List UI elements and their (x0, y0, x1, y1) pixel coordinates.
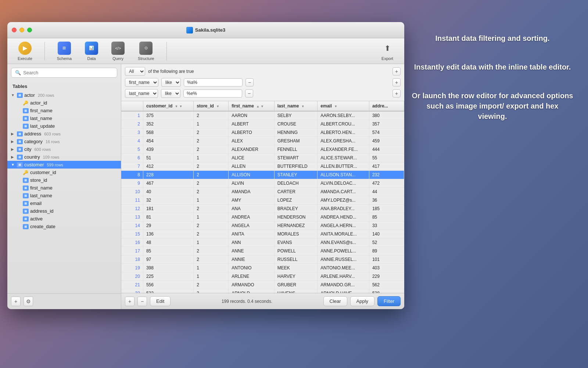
table-row[interactable]: 5 439 2 ALEXANDER FENNELL ALEXANDER.FE..… (121, 145, 404, 154)
sidebar-footer: + ⚙ (7, 293, 121, 309)
col-header-customer-id[interactable]: customer_id ▼▼ (143, 101, 193, 111)
sidebar-item-last-update-actor[interactable]: ▦ last_update (13, 122, 121, 130)
maximize-button[interactable] (27, 28, 32, 32)
table-row[interactable]: 7 412 2 ALLEN BUTTERFIELD ALLEN.BUTTER..… (121, 162, 404, 171)
col-header-store-id[interactable]: store_id ▼ (194, 101, 229, 111)
cell-store-id: 2 (194, 145, 229, 154)
cell-email: ALEXANDER.FE... (318, 145, 369, 154)
add-table-button[interactable]: + (11, 297, 21, 306)
table-row[interactable]: 20 225 1 ARLENE HARVEY ARLENE.HARV... 22… (121, 272, 404, 281)
sidebar-item-email[interactable]: ▦ email (13, 199, 121, 207)
apply-button[interactable]: Apply (350, 296, 375, 306)
sidebar-item-customer[interactable]: ▼ ▦ customer 599 rows (7, 161, 121, 169)
filter2-op-select[interactable]: like = != (161, 89, 180, 98)
titlebar: Sakila.sqlite3 (7, 22, 404, 38)
sidebar-item-active[interactable]: ▦ active (13, 215, 121, 223)
table-row[interactable]: 21 556 2 ARMANDO GRUBER ARMANDO.GR... 56… (121, 281, 404, 289)
cell-store-id: 2 (194, 222, 229, 230)
table-row[interactable]: 22 522 2 ARNOLD HAVENS ARNOLD.HAVE... 52… (121, 289, 404, 293)
table-row[interactable]: 2 352 1 ALBERT CROUSE ALBERT.CROU... 357 (121, 120, 404, 128)
sidebar-item-customer-id[interactable]: 🔑 customer_id (13, 169, 121, 176)
structure-icon: ⊙ (139, 42, 153, 55)
add-filter1-button[interactable]: + (392, 78, 401, 86)
filter2-field-select[interactable]: last_name (125, 89, 158, 98)
cell-first-name: AMANDA (229, 188, 275, 196)
table-row[interactable]: 13 81 1 ANDREA HENDERSON ANDREA.HEND... … (121, 213, 404, 222)
table-row[interactable]: 10 40 2 AMANDA CARTER AMANDA.CART... 44 (121, 188, 404, 196)
execute-button[interactable]: ▶ Execute (15, 40, 35, 62)
table-row[interactable]: 11 32 1 AMY LOPEZ AMY.LOPEZ@s... 36 (121, 196, 404, 205)
table-row[interactable]: 4 454 2 ALEX GRESHAM ALEX.GRESHA... 459 (121, 137, 404, 145)
minimize-button[interactable] (19, 28, 24, 32)
filter2-value-input[interactable] (183, 89, 242, 98)
sidebar-item-create-date[interactable]: ▦ create_date (13, 223, 121, 230)
table-row[interactable]: 16 48 1 ANN EVANS ANN.EVANS@s... 52 (121, 238, 404, 247)
filter1-field-select[interactable]: first_name (125, 78, 158, 87)
table-row[interactable]: 12 181 2 ANA BRADLEY ANA.BRADLEY... 185 (121, 205, 404, 213)
cell-address-id: 44 (369, 188, 404, 196)
sidebar-item-last-name-actor[interactable]: ▦ last_name (13, 114, 121, 122)
col-header-first-name[interactable]: first_name ▲▼ (229, 101, 275, 111)
table-row[interactable]: 18 97 2 ANNIE RUSSELL ANNIE.RUSSEL... 10… (121, 255, 404, 264)
cell-last-name: BUTTERFIELD (274, 162, 318, 171)
table-row[interactable]: 17 85 2 ANNE POWELL ANNE.POWELL... 89 (121, 247, 404, 255)
table-row[interactable]: 8 228 2 ALLISON STANLEY ALLISON.STAN... … (121, 171, 404, 179)
sidebar-item-last-name[interactable]: ▦ last_name (13, 192, 121, 199)
row-number: 11 (121, 196, 143, 205)
table-row[interactable]: 19 398 1 ANTONIO MEEK ANTONIO.MEE... 403 (121, 264, 404, 272)
search-input[interactable] (23, 70, 113, 75)
filter1-op-select[interactable]: like = != (161, 78, 181, 87)
column-icon: ▦ (23, 216, 29, 222)
filter-button[interactable]: Filter (377, 296, 401, 306)
remove-filter1-button[interactable]: − (245, 78, 254, 86)
add-filter2-button[interactable]: + (392, 89, 401, 98)
table-row[interactable]: 3 568 2 ALBERTO HENNING ALBERTO.HEN... 5… (121, 128, 404, 137)
condition-select[interactable]: All Any (125, 67, 145, 76)
sidebar-item-address-id[interactable]: ▦ address_id (13, 207, 121, 215)
clear-button[interactable]: Clear (323, 296, 347, 306)
row-number: 12 (121, 205, 143, 213)
sidebar-item-actor[interactable]: ▼ ▦ actor 200 rows (7, 91, 121, 99)
cell-email: AMANDA.CART... (318, 188, 369, 196)
col-header-last-name[interactable]: last_name ▼ (274, 101, 318, 111)
table-row[interactable]: 1 375 2 AARON SELBY AARON.SELBY... 380 (121, 111, 404, 120)
table-row[interactable]: 15 136 2 ANITA MORALES ANITA.MORALE... 1… (121, 230, 404, 238)
filter1-value-input[interactable] (184, 78, 243, 86)
col-header-email[interactable]: email ▼ (318, 101, 369, 111)
sidebar-item-actor-id[interactable]: 🔑 actor_id (13, 99, 121, 107)
schema-button[interactable]: ⊞ Schema (54, 40, 75, 62)
cell-last-name: HERNANDEZ (274, 222, 318, 230)
add-filter-button[interactable]: + (392, 67, 401, 75)
export-button[interactable]: ⬆ Export (378, 40, 397, 62)
settings-button[interactable]: ⚙ (24, 297, 33, 306)
col-header-rownum (121, 101, 143, 111)
edit-button[interactable]: Edit (150, 296, 171, 306)
sidebar-item-address[interactable]: ▶ ▦ address 603 rows (7, 130, 121, 138)
search-box[interactable]: 🔍 (11, 68, 117, 78)
cell-email: ANNE.POWELL... (318, 247, 369, 255)
add-row-button[interactable]: + (125, 297, 135, 306)
data-button[interactable]: 📊 Data (82, 40, 101, 62)
cell-email: ANNIE.RUSSEL... (318, 255, 369, 264)
chevron-down-icon: ▼ (11, 93, 15, 97)
sidebar-item-first-name-actor[interactable]: ▦ first_name (13, 107, 121, 114)
row-number: 13 (121, 213, 143, 222)
row-number: 15 (121, 230, 143, 238)
cell-first-name: AARON (229, 111, 275, 120)
remove-filter2-button[interactable]: − (245, 89, 253, 98)
table-row[interactable]: 14 29 2 ANGELA HERNANDEZ ANGELA.HERN... … (121, 222, 404, 230)
sidebar-item-category[interactable]: ▶ ▦ category 16 rows (7, 138, 121, 145)
table-container[interactable]: customer_id ▼▼ store_id ▼ first_name ▲▼ … (121, 101, 404, 293)
close-button[interactable] (12, 28, 17, 32)
filter-condition-row: All Any of the following are true + (125, 67, 401, 76)
query-button[interactable]: </> Query (108, 40, 128, 62)
table-row[interactable]: 9 467 2 ALVIN DELOACH ALVIN.DELOAC... 47… (121, 179, 404, 188)
remove-row-button[interactable]: − (137, 297, 147, 306)
sidebar-item-first-name[interactable]: ▦ first_name (13, 184, 121, 192)
col-header-address[interactable]: addre... (369, 101, 404, 111)
sidebar-item-store-id[interactable]: ▦ store_id (13, 176, 121, 184)
sidebar-item-country[interactable]: ▶ ▦ country 109 rows (7, 153, 121, 161)
table-row[interactable]: 6 51 1 ALICE STEWART ALICE.STEWAR... 55 (121, 154, 404, 162)
structure-button[interactable]: ⊙ Structure (135, 40, 157, 62)
sidebar-item-city[interactable]: ▶ ▦ city 600 rows (7, 145, 121, 153)
